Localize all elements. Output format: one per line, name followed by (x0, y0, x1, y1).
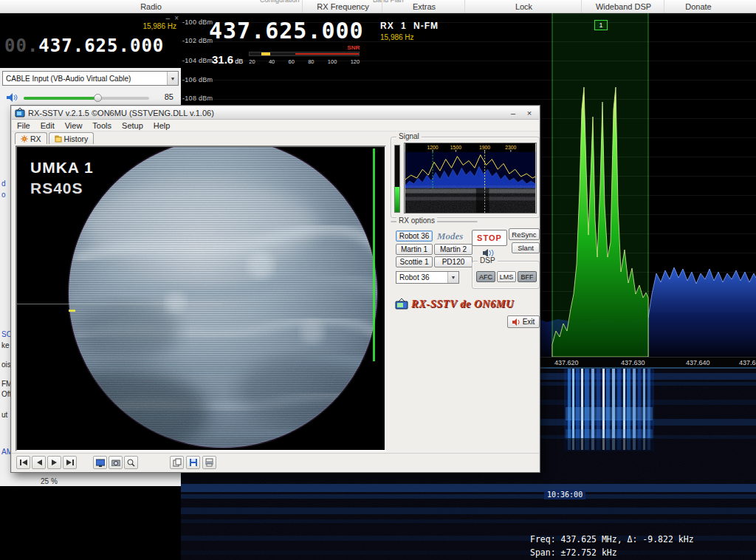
snapshot-button[interactable] (109, 456, 123, 469)
toolbar-section-rx-frequency[interactable]: RX Frequency (304, 0, 382, 13)
mode-button-pd120[interactable]: PD120 (434, 256, 472, 267)
volume-fill (24, 97, 97, 100)
chevron-down-icon: ▼ (167, 72, 178, 85)
signal-group: Signal 1200 1500 1900 2300 (391, 137, 540, 218)
volume-thumb[interactable] (94, 94, 102, 102)
vfo-band-marker[interactable]: 1 (594, 20, 608, 30)
speaker-icon (6, 92, 18, 103)
minimize-button[interactable]: – (506, 108, 520, 118)
desktop: Configuration Band Plan Radio RX Frequen… (0, 0, 756, 560)
menu-file[interactable]: File (12, 121, 35, 130)
sidebar-fragment: ke (1, 341, 10, 349)
scale-1200: 1200 (427, 145, 438, 150)
tab-history-label: History (64, 134, 89, 143)
tab-rx[interactable]: RX (15, 132, 47, 144)
volume-row: 85 (0, 89, 181, 106)
freq-tick: 437.620 (554, 359, 579, 366)
menu-help[interactable]: Help (148, 121, 176, 130)
toolbar-section-extras[interactable]: Extras (384, 0, 465, 13)
toolbar-section-donate[interactable]: Donate (666, 0, 731, 13)
exit-label: Exit (523, 318, 535, 326)
panel-close-icon[interactable]: × (174, 14, 179, 22)
stop-button[interactable]: STOP (472, 230, 507, 246)
rx-sstv-window: RX-SSTV v.2.1.5 ©ON6MU (SSTVENG.DLL v.1.… (10, 105, 540, 473)
menu-tools[interactable]: Tools (87, 121, 117, 130)
print-button[interactable] (202, 456, 216, 469)
signal-group-label: Signal (396, 132, 422, 140)
waterfall-timestamp: 10:36:00 (544, 490, 585, 499)
menu-bar: File Edit View Tools Setup Help (12, 120, 539, 132)
signal-spectrum[interactable]: 1200 1500 1900 2300 (404, 143, 537, 214)
toolbar-section-radio[interactable]: Radio (0, 0, 303, 13)
tab-history[interactable]: History (49, 132, 94, 144)
title-bar[interactable]: RX-SSTV v.2.1.5 ©ON6MU (SSTVENG.DLL v.1.… (12, 106, 539, 120)
mode-select-value: Robot 36 (399, 273, 430, 281)
lms-toggle[interactable]: LMS (497, 271, 516, 282)
freq-tick: 437.65 (739, 359, 756, 366)
scale-1900: 1900 (479, 145, 490, 150)
vfo-mode-row: RX 1 N-FM (380, 21, 447, 31)
logo-tv-icon (395, 298, 408, 310)
copy-button[interactable] (170, 456, 184, 469)
scan-artifact (17, 304, 222, 304)
chevron-down-icon: ▼ (447, 272, 458, 283)
signal-level-meter (394, 145, 400, 213)
freq-digits: 437.625.000 (38, 35, 164, 56)
mode-button-scottie1[interactable]: Scottie 1 (396, 256, 433, 267)
freq-tick: 437.640 (686, 359, 710, 366)
toolbar-section-lock[interactable]: Lock (467, 0, 582, 13)
volume-slider[interactable] (24, 97, 149, 100)
tuned-frequency[interactable]: 00.437.625.000 (4, 35, 164, 56)
panel-collapse-icon[interactable]: – (166, 14, 171, 22)
snr-scale: 20406080100120 (249, 58, 360, 65)
bff-toggle[interactable]: BFF (518, 271, 537, 282)
snr-label: SNR (347, 44, 360, 51)
app-logo: RX-SSTV de ON6MU (395, 298, 514, 310)
snr-bar (249, 52, 360, 56)
modes-caption: Modes (437, 231, 463, 242)
vfo-frequency[interactable]: 437.625.000 (209, 18, 364, 44)
last-image-button[interactable] (63, 456, 77, 469)
toolbar-section-wideband-dsp[interactable]: Wideband DSP (583, 0, 664, 13)
magnify-button[interactable] (124, 456, 138, 469)
image-callsign-line1: UMKA 1 (30, 159, 94, 177)
view-image-button[interactable] (93, 456, 107, 469)
mode-label: N-FM (413, 21, 439, 31)
mode-button-martin2[interactable]: Martin 2 (434, 244, 472, 255)
image-callsign-line2: RS40S (30, 180, 83, 197)
audio-device-select[interactable]: CABLE Input (VB-Audio Virtual Cable) ▼ (2, 71, 179, 86)
vfo-readout: 437.625.000 RX 1 N-FM 15,986 Hz 31.6dB S… (209, 18, 364, 44)
rx-tab-icon (21, 135, 28, 143)
vfo-offset: 15,986 Hz (380, 33, 447, 41)
app-icon (15, 108, 25, 117)
first-image-button[interactable] (16, 456, 30, 469)
tab-rx-label: RX (30, 134, 41, 143)
mode-button-martin1[interactable]: Martin 1 (396, 244, 433, 255)
sync-edge-artifact (373, 148, 375, 361)
previous-image-button[interactable] (32, 456, 46, 469)
menu-setup[interactable]: Setup (117, 121, 148, 130)
save-button[interactable] (186, 456, 200, 469)
mode-button-robot36[interactable]: Robot 36 (396, 231, 433, 242)
mode-select[interactable]: Robot 36 ▼ (396, 271, 459, 284)
signal-level-fill (395, 187, 399, 212)
slant-button[interactable]: Slant (512, 242, 540, 253)
afc-toggle[interactable]: AFC (476, 271, 495, 282)
next-image-button[interactable] (47, 456, 61, 469)
sync-artifact (69, 310, 75, 312)
sidebar-fragment: o (1, 191, 6, 199)
freq-tick: 437.630 (621, 359, 645, 366)
audio-device-value: CABLE Input (VB-Audio Virtual Cable) (6, 75, 131, 83)
menu-view[interactable]: View (60, 121, 88, 130)
sidebar-fragment: d (1, 180, 6, 188)
exit-button[interactable]: Exit (507, 315, 540, 328)
snr-marker (261, 52, 270, 55)
volume-value: 85 (165, 92, 173, 101)
menu-edit[interactable]: Edit (35, 121, 60, 130)
db-axis-label: -108 dBm (182, 95, 213, 102)
window-title: RX-SSTV v.2.1.5 ©ON6MU (SSTVENG.DLL v.1.… (28, 109, 504, 117)
image-toolbar (12, 453, 539, 472)
resync-button[interactable]: ReSync (509, 228, 540, 240)
rx-label: RX (380, 21, 394, 31)
close-button[interactable]: × (523, 108, 536, 118)
